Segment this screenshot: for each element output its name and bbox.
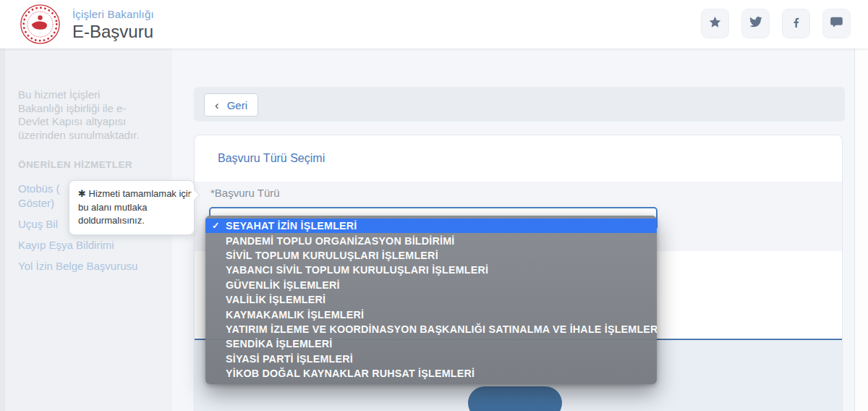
dropdown-option-label: GÜVENLİK İŞLEMLERİ — [226, 279, 340, 291]
chevron-left-icon: ‹ — [215, 99, 219, 111]
page-title: E-Başvuru — [72, 22, 154, 42]
dropdown-option-label: YABANCI SİVİL TOPLUM KURULUŞLARI İŞLEMLE… — [226, 264, 488, 276]
checkmark-icon: ✓ — [212, 220, 219, 231]
twitter-button[interactable] — [741, 9, 770, 38]
sidebar-item-yol-izin[interactable]: Yol İzin Belge Başvurusu — [18, 259, 156, 274]
dropdown-option-label: SİVİL TOPLUM KURULUŞLARI İŞLEMLERİ — [226, 250, 438, 261]
dropdown-option[interactable]: KAYMAKAMLIK İŞLEMLERİ — [205, 307, 657, 321]
dropdown-option[interactable]: SİVİL TOPLUM KURULUŞLARI İŞLEMLERİ — [205, 248, 657, 263]
dropdown-option-label: SENDİKA İŞLEMLERİ — [226, 338, 332, 349]
application-type-label: *Başvuru Türü — [210, 187, 280, 199]
sidebar-item-otobus[interactable]: Otobüs ( Göster) — [18, 182, 76, 211]
tooltip-text: bu alanı mutlaka — [78, 201, 185, 215]
card-title: Başvuru Türü Seçimi — [218, 152, 325, 165]
sidebar-item-kayip-esya[interactable]: Kayıp Eşya Bildirimi — [18, 238, 156, 253]
dropdown-option[interactable]: SİYASİ PARTİ İŞLEMLERİ — [205, 352, 657, 366]
dropdown-option[interactable]: VALİLİK İŞLEMLERİ — [205, 292, 657, 307]
app-header: İçişleri Bakanlığı E-Başvuru — [0, 0, 868, 48]
service-info-text: Bu hizmet İçişleri Bakanlığı işbirliği i… — [18, 88, 147, 142]
dropdown-option[interactable]: YİKOB DOĞAL KAYNAKLAR RUHSAT İŞLEMLERİ — [205, 366, 657, 381]
submit-button[interactable] — [468, 386, 562, 411]
tooltip-text: ✱ Hizmeti tamamlamak için — [78, 187, 185, 201]
dropdown-option-label: SEYAHAT İZİN İŞLEMLERİ — [226, 220, 357, 232]
dropdown-option[interactable]: GÜVENLİK İŞLEMLERİ — [205, 278, 657, 292]
social-buttons — [701, 9, 851, 38]
ministry-name: İçişleri Bakanlığı — [72, 8, 154, 20]
favorite-button[interactable] — [701, 9, 729, 38]
dropdown-option-label: KAYMAKAMLIK İŞLEMLERİ — [226, 309, 364, 321]
ministry-seal-logo — [20, 4, 61, 45]
feedback-button[interactable] — [822, 9, 851, 38]
star-icon — [708, 15, 722, 32]
dropdown-option-label: YATIRIM İZLEME VE KOORDİNASYON BAŞKANLIĞ… — [226, 323, 657, 335]
dropdown-option-selected[interactable]: ✓ SEYAHAT İZİN İŞLEMLERİ — [205, 219, 657, 233]
facebook-icon — [789, 15, 803, 32]
dropdown-option[interactable]: PANDEMİ TOPLU ORGANİZASYON BİLDİRİMİ — [205, 233, 657, 247]
app-title-block: İçişleri Bakanlığı E-Başvuru — [72, 8, 154, 42]
sidebar-edge-strip — [0, 48, 5, 411]
required-field-tooltip: ✱ Hizmeti tamamlamak için bu alanı mutla… — [69, 180, 195, 235]
facebook-button[interactable] — [782, 9, 810, 38]
back-button-label: Geri — [227, 99, 247, 111]
dropdown-option[interactable]: SENDİKA İŞLEMLERİ — [205, 336, 657, 351]
application-type-dropdown-menu: ✓ SEYAHAT İZİN İŞLEMLERİ PANDEMİ TOPLU O… — [205, 216, 657, 384]
comment-icon — [830, 15, 843, 32]
toolbar: ‹ Geri — [194, 87, 845, 122]
scrollbar[interactable] — [854, 48, 868, 411]
dropdown-option-label: PANDEMİ TOPLU ORGANİZASYON BİLDİRİMİ — [226, 235, 454, 247]
dropdown-option-label: VALİLİK İŞLEMLERİ — [226, 294, 326, 305]
dropdown-option[interactable]: YABANCI SİVİL TOPLUM KURULUŞLARI İŞLEMLE… — [205, 263, 657, 277]
tooltip-text: doldurmalısınız. — [78, 214, 185, 228]
dropdown-option-label: SİYASİ PARTİ İŞLEMLERİ — [226, 353, 353, 365]
suggested-services-title: ÖNERİLEN HİZMETLER — [18, 159, 156, 170]
twitter-icon — [749, 15, 762, 32]
dropdown-option[interactable]: YATIRIM İZLEME VE KOORDİNASYON BAŞKANLIĞ… — [205, 322, 657, 336]
back-button[interactable]: ‹ Geri — [204, 93, 258, 116]
dropdown-option-label: YİKOB DOĞAL KAYNAKLAR RUHSAT İŞLEMLERİ — [226, 368, 475, 379]
